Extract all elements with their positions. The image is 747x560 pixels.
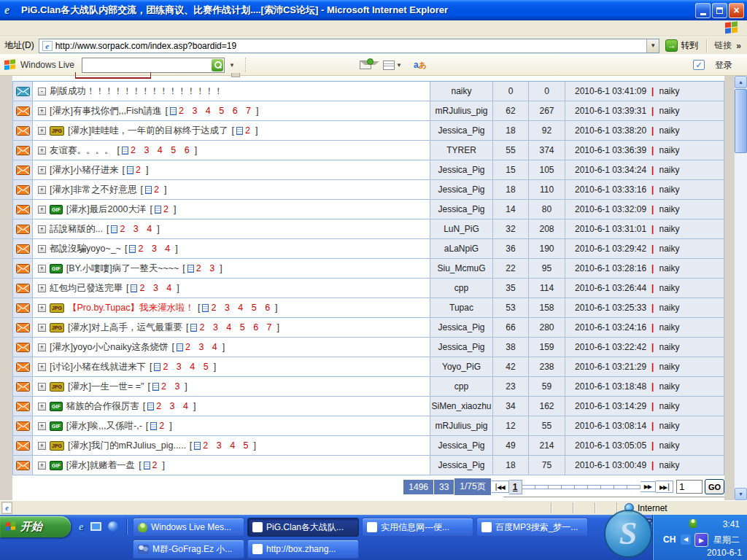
start-button[interactable]: 开始 <box>0 516 71 537</box>
pagination-go-button[interactable]: GO <box>705 479 724 494</box>
lastpost-user-link[interactable]: naiky <box>659 322 679 332</box>
page-numbers[interactable]: 2 3 4 5 6 <box>131 145 193 155</box>
thread-title-link[interactable]: 猪族的合作很厉害 <box>66 400 139 413</box>
page-numbers[interactable]: 2 <box>245 125 253 136</box>
thread-title-link[interactable]: 刷版成功！！！！！！！！！！！！！！！ <box>50 85 223 98</box>
thread-title-link[interactable]: 紅包均已發送完畢 <box>50 282 123 295</box>
sign-in-link[interactable]: 登录 <box>715 59 743 71</box>
lastpost-user-link[interactable]: naiky <box>659 362 679 372</box>
thread-author[interactable]: Jessica_Pig <box>430 456 493 475</box>
thread-title-link[interactable]: 話說豬版的... <box>50 223 103 236</box>
page-numbers[interactable]: 2 3 4 5 6 7 <box>179 106 254 116</box>
page-numbers[interactable]: 2 3 4 <box>139 283 174 293</box>
scroll-down-button[interactable]: ▼ <box>735 488 747 500</box>
thread-author[interactable]: cpp <box>430 279 493 298</box>
taskbar-window-button[interactable]: PiG.Clan各大战队... <box>247 518 359 537</box>
checkbox-icon[interactable]: ✓ <box>693 60 705 70</box>
lastpost-user-link[interactable]: naiky <box>659 460 679 470</box>
page-numbers[interactable]: 2 <box>152 460 160 470</box>
lastpost-user-link[interactable]: naiky <box>659 165 679 175</box>
tray-media-player-icon[interactable]: ▶ <box>694 533 708 547</box>
page-numbers[interactable]: 2 <box>163 204 171 214</box>
thread-title-link[interactable]: [灌水]非常之不好意思 <box>50 184 136 196</box>
quick-launch-ie-icon[interactable]: e <box>79 521 84 533</box>
expand-toggle-icon[interactable]: + <box>38 186 46 194</box>
thread-title-link[interactable]: 友谊赛。。。。 <box>50 144 114 157</box>
lastpost-user-link[interactable]: naiky <box>659 244 679 254</box>
lastpost-user-link[interactable]: naiky <box>659 303 679 313</box>
pagination-page-link[interactable] <box>614 485 627 489</box>
thread-page-links[interactable]: [2 3 4 5] <box>150 362 216 372</box>
links-label[interactable]: 链接 <box>710 39 736 52</box>
thread-page-links[interactable]: [2] <box>140 184 166 195</box>
links-chevron-icon[interactable]: » <box>736 41 744 51</box>
menu-item[interactable] <box>53 26 64 31</box>
expand-toggle-icon[interactable]: + <box>38 324 46 332</box>
expand-toggle-icon[interactable]: + <box>38 383 46 391</box>
expand-toggle-icon[interactable]: + <box>38 363 46 371</box>
thread-author[interactable]: Jessica_Pig <box>430 338 493 357</box>
thread-author[interactable]: Jessica_Pig <box>430 160 493 179</box>
menu-item[interactable] <box>64 26 76 31</box>
thread-title-link[interactable]: [灌水]yoyo小心naiky这条烧饼 <box>50 341 169 354</box>
thread-page-links[interactable]: [2 3] <box>147 381 187 392</box>
quick-launch-messenger-icon[interactable] <box>108 521 118 532</box>
thread-title-link[interactable]: [灌水]一生一世= =" <box>68 381 144 393</box>
thread-title-link[interactable]: [灌水]小猪仔进来 <box>50 164 118 176</box>
thread-author[interactable]: LuN_PiG <box>430 219 493 238</box>
close-button[interactable]: × <box>729 3 744 18</box>
thread-page-links[interactable]: [2 3 4 5 6 7] <box>165 106 258 116</box>
thread-title-link[interactable]: 都說沒騙yoyo~_~ <box>50 243 121 255</box>
page-numbers[interactable]: 2 3 4 5 <box>163 362 211 372</box>
thread-page-links[interactable]: [2] <box>122 165 148 175</box>
expand-toggle-icon[interactable]: + <box>38 166 46 174</box>
pagination-page-link[interactable] <box>535 485 549 489</box>
thread-author[interactable]: cpp <box>430 377 493 396</box>
pagination-last-button[interactable]: ▶▶ <box>656 481 673 493</box>
page-numbers[interactable]: 2 3 <box>161 381 182 392</box>
scroll-up-button[interactable]: ▲ <box>735 76 747 88</box>
lastpost-user-link[interactable]: naiky <box>659 263 679 273</box>
thread-author[interactable]: Jessica_Pig <box>430 318 493 337</box>
expand-toggle-icon[interactable]: + <box>38 225 46 233</box>
tray-language-indicator[interactable]: CH <box>663 534 676 545</box>
lastpost-user-link[interactable]: naiky <box>659 204 679 214</box>
taskbar-window-button[interactable]: 百度MP3搜索_梦一... <box>476 518 588 537</box>
taskbar-window-button[interactable]: Windows Live Mes... <box>133 518 244 537</box>
thread-page-links[interactable]: [2 3 4] <box>107 224 160 234</box>
thread-author[interactable]: mRJulius_pig <box>430 101 493 120</box>
expand-toggle-icon[interactable]: + <box>38 127 46 135</box>
thread-author[interactable]: naiky <box>430 82 493 101</box>
thread-author[interactable]: Tupac <box>430 298 493 317</box>
thread-title-link[interactable]: [灌水]最后2000大洋 <box>66 203 147 216</box>
thread-page-links[interactable]: [2 3 4 5 6 7] <box>186 322 279 332</box>
pagination-page-link[interactable] <box>588 485 601 489</box>
pagination-page-link[interactable] <box>562 485 575 489</box>
thread-author[interactable]: TYRER <box>430 141 493 160</box>
thread-page-links[interactable]: [2] <box>150 204 176 214</box>
thread-author[interactable]: Jessica_Pig <box>430 121 493 140</box>
expand-toggle-icon[interactable]: + <box>38 107 46 115</box>
expand-toggle-icon[interactable]: + <box>38 245 46 253</box>
lastpost-user-link[interactable]: naiky <box>659 106 679 116</box>
thread-author[interactable]: Siu_McmuG <box>430 259 493 278</box>
thread-title-link[interactable]: [灌水]我门的mRJulius_pig..... <box>68 440 186 452</box>
pagination-page-link[interactable] <box>627 485 640 489</box>
thread-author[interactable]: Yoyo_PiG <box>430 357 493 376</box>
thread-page-links[interactable]: [2 3 4 5 6] <box>198 303 278 313</box>
lastpost-user-link[interactable]: naiky <box>659 145 679 155</box>
thread-page-links[interactable]: [2] <box>139 460 165 470</box>
thread-title-link[interactable]: [灌水]对上高手，运气最重要 <box>68 322 182 334</box>
maximize-button[interactable] <box>712 3 727 18</box>
thread-author[interactable]: SiMen_xiaozhu <box>430 397 493 416</box>
expand-toggle-icon[interactable]: + <box>38 147 46 155</box>
thread-author[interactable]: aLaNpiG <box>430 239 493 258</box>
lastpost-user-link[interactable]: naiky <box>659 283 679 293</box>
page-numbers[interactable]: 2 3 4 <box>185 342 220 352</box>
thread-author[interactable]: Jessica_Pig <box>430 180 493 199</box>
pagination-page-link[interactable] <box>522 485 535 489</box>
page-numbers[interactable]: 2 3 4 5 <box>203 440 251 451</box>
thread-title-link[interactable]: [灌水]就赌着一盘 <box>66 459 135 472</box>
lastpost-user-link[interactable]: naiky <box>659 440 679 451</box>
lastpost-user-link[interactable]: naiky <box>659 86 679 96</box>
